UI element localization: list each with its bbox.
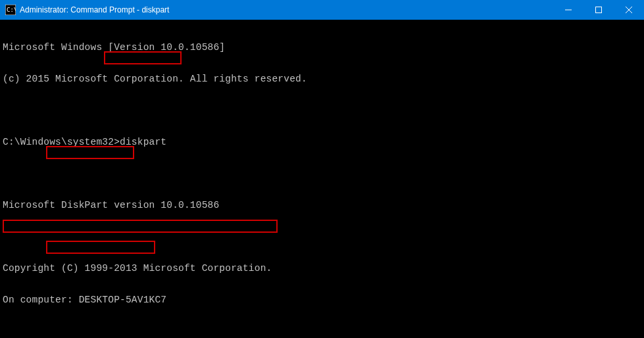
- output-line: (c) 2015 Microsoft Corporation. All righ…: [3, 74, 641, 84]
- close-button[interactable]: [614, 0, 644, 20]
- prompt: C:\Windows\system32>: [3, 137, 120, 147]
- output-line: [3, 168, 641, 179]
- highlight-diskpart: [104, 51, 182, 64]
- minimize-button[interactable]: [553, 0, 583, 20]
- window-title: Administrator: Command Prompt - diskpart: [20, 5, 553, 14]
- output-line: On computer: DESKTOP-5AV1KC7: [3, 295, 641, 305]
- command-diskpart: diskpart: [120, 137, 166, 147]
- titlebar[interactable]: C:\ Administrator: Command Prompt - disk…: [0, 0, 644, 20]
- output-line: Microsoft DiskPart version 10.0.10586: [3, 200, 641, 210]
- output-line: [3, 231, 641, 242]
- highlight-select-disk: [46, 241, 155, 254]
- cmd-icon: C:\: [5, 5, 16, 15]
- window-controls: [553, 0, 644, 20]
- terminal-area[interactable]: Microsoft Windows [Version 10.0.10586] (…: [0, 20, 644, 338]
- output-line: [3, 105, 641, 116]
- output-line: Copyright (C) 1999-2013 Microsoft Corpor…: [3, 263, 641, 274]
- highlight-list-disk: [46, 146, 134, 159]
- highlight-disk3-row: [3, 220, 278, 233]
- maximize-button[interactable]: [583, 0, 614, 20]
- output-line: Microsoft Windows [Version 10.0.10586]: [3, 42, 641, 53]
- command-prompt-window: C:\ Administrator: Command Prompt - disk…: [0, 0, 644, 338]
- output-line: [3, 326, 641, 337]
- prompt-line: C:\Windows\system32>diskpart: [3, 137, 641, 147]
- svg-text:C:\: C:\: [7, 7, 16, 13]
- svg-rect-3: [596, 7, 602, 13]
